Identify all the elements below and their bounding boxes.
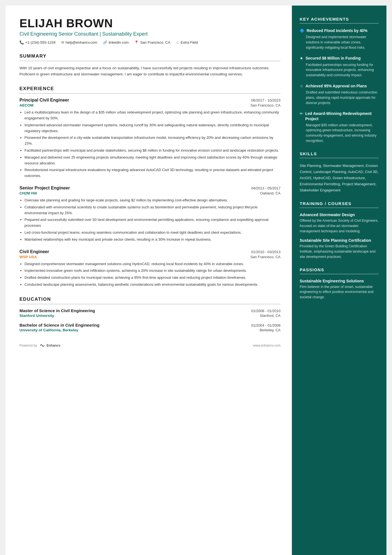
bullet-item: Maintained relationships with key munici… (24, 237, 281, 243)
edu-location-2: Berkeley, CA (260, 328, 281, 332)
passion-item-title-1: Sustainable Engineering Solutions (300, 279, 379, 283)
exp-location-3: San Francisco, CA (250, 255, 281, 259)
education-title: EDUCATION (19, 297, 281, 304)
edu-school-2: University of California, Berkeley (19, 328, 78, 332)
candidate-name: ELIJAH BROWN (19, 17, 281, 30)
passions-section: PASSIONS Sustainable Engineering Solutio… (300, 267, 379, 300)
exp-header-3: Civil Engineer 01/2010 - 03/2013 (19, 249, 281, 254)
achievement-title-1: Reduced Flood Incidents by 40% (307, 28, 368, 33)
achievement-header-2: ★ Secured $8 Million in Funding (300, 56, 379, 61)
email-contact: ✉ help@enhancv.com (61, 40, 97, 45)
passions-title: PASSIONS (300, 267, 379, 274)
edu-dates-1: 01/2008 - 01/2010 (251, 309, 281, 313)
training-desc-1: Offered by the American Society of Civil… (300, 218, 379, 234)
location-text: San Francisco, CA (140, 40, 170, 45)
edu-sub-2: University of California, Berkeley Berke… (19, 328, 281, 332)
header: ELIJAH BROWN Civil Engineering Senior Co… (19, 17, 281, 45)
achievement-title-4: Led Award-Winning Redevelopment Project (305, 111, 379, 121)
email-icon: ✉ (61, 40, 64, 45)
edu-school-1: Stanford University (19, 314, 54, 318)
edu-header-1: Master of Science in Civil Engineering 0… (19, 308, 281, 313)
linkedin-url: linkedin.com (109, 40, 129, 45)
bullet-item: Managed and delivered over 25 engineerin… (24, 155, 281, 166)
achievements-title: KEY ACHIEVEMENTS (300, 17, 379, 24)
achievement-item-1: 🔷 Reduced Flood Incidents by 40% Designe… (300, 28, 379, 50)
summary-title: SUMMARY (19, 53, 281, 61)
exp-title-3: Civil Engineer (19, 249, 49, 254)
edu-header-2: Bachelor of Science in Civil Engineering… (19, 323, 281, 327)
achievement-header-1: 🔷 Reduced Flood Incidents by 40% (300, 28, 379, 33)
extra-contact: ☆ Extra Field (176, 40, 198, 45)
achievement-desc-1: Designed and implemented stormwater solu… (306, 34, 379, 50)
achievement-title-3: Achieved 95% Approval on Plans (306, 83, 367, 88)
footer: Powered by Enhancv www.enhancv.com (19, 343, 281, 348)
exp-header-1: Principal Civil Engineer 06/2017 - 10/20… (19, 98, 281, 103)
training-section: TRAINING / COURSES Advanced Stormwater D… (300, 201, 379, 260)
edu-degree-1: Master of Science in Civil Engineering (19, 308, 95, 313)
edu-sub-1: Stanford University Stanford, CA (19, 314, 281, 318)
exp-company-2: CH2M Hill (19, 191, 37, 195)
bullet-item: Collaborated with environmental scientis… (24, 204, 281, 216)
phone-contact: 📞 +1-(234)-555-1234 (19, 40, 56, 45)
bullet-item: Oversaw site planning and grading for la… (24, 198, 281, 203)
achievement-icon-1: 🔷 (300, 28, 304, 33)
edu-item-1: Master of Science in Civil Engineering 0… (19, 308, 281, 318)
achievement-desc-3: Drafted and submitted meticulous constru… (306, 90, 379, 105)
exp-sub-1: AECOM San Francisco, CA (19, 103, 281, 107)
exp-location-2: Oakland, CA (260, 191, 281, 195)
bullet-item: Pioneered the development of a city-wide… (24, 135, 281, 147)
exp-title-2: Senior Project Engineer (19, 186, 70, 191)
training-title: TRAINING / COURSES (300, 201, 379, 208)
bullet-item: Revolutionized municipal infrastructure … (24, 167, 281, 179)
passion-item-desc-1: Firm believer in the power of smart, sus… (300, 284, 379, 300)
bullet-item: Implemented advanced stormwater manageme… (24, 122, 281, 134)
exp-dates-2: 04/2013 - 05/2017 (251, 186, 281, 190)
achievement-icon-4: ✏ (300, 111, 303, 116)
location-contact: 📍 San Francisco, CA (134, 40, 170, 45)
phone-icon: 📞 (19, 40, 24, 45)
exp-company-3: WSP USA (19, 255, 37, 259)
exp-dates-3: 01/2010 - 03/2013 (251, 250, 281, 254)
exp-item-3: Civil Engineer 01/2010 - 03/2013 WSP USA… (19, 249, 281, 288)
left-column: ELIJAH BROWN Civil Engineering Senior Co… (6, 6, 292, 555)
summary-section: SUMMARY With 10 years of civil engineeri… (19, 53, 281, 77)
bullet-item: Prepared and successfully submitted over… (24, 217, 281, 229)
training-course-title-1: Advanced Stormwater Design (300, 213, 379, 217)
achievement-icon-3: ☆ (300, 84, 303, 88)
bullet-item: Led a multidisciplinary team in the desi… (24, 110, 281, 121)
training-course-title-2: Sustainable Site Planning Certification (300, 238, 379, 243)
edu-location-1: Stanford, CA (260, 314, 281, 318)
enhancv-logo-svg (39, 343, 45, 348)
extra-field: Extra Field (181, 40, 198, 45)
skills-title: SKILLS (300, 151, 379, 158)
achievement-desc-4: Managed $35 million urban redevelopment,… (306, 123, 379, 144)
email-address: help@enhancv.com (66, 40, 97, 45)
achievement-header-3: ☆ Achieved 95% Approval on Plans (300, 83, 379, 88)
bullet-item: Implemented innovative green roofs and i… (24, 268, 281, 274)
edu-degree-2: Bachelor of Science in Civil Engineering (19, 323, 100, 327)
exp-bullets-1: Led a multidisciplinary team in the desi… (19, 110, 281, 179)
candidate-title: Civil Engineering Senior Consultant | Su… (19, 31, 281, 37)
summary-text: With 10 years of civil engineering exper… (19, 65, 281, 77)
bullet-item: Drafted detailed construction plans for … (24, 275, 281, 281)
achievement-item-3: ☆ Achieved 95% Approval on Plans Drafted… (300, 83, 379, 105)
contact-row: 📞 +1-(234)-555-1234 ✉ help@enhancv.com 🔗… (19, 40, 281, 45)
brand-logo: Enhancv (39, 343, 60, 348)
edu-item-2: Bachelor of Science in Civil Engineering… (19, 323, 281, 332)
achievement-header-4: ✏ Led Award-Winning Redevelopment Projec… (300, 111, 379, 121)
achievement-icon-2: ★ (300, 56, 303, 61)
exp-header-2: Senior Project Engineer 04/2013 - 05/201… (19, 186, 281, 191)
training-item-1: Advanced Stormwater Design Offered by th… (300, 213, 379, 234)
achievement-item-2: ★ Secured $8 Million in Funding Facilita… (300, 56, 379, 78)
skills-section: SKILLS Site Planning, Stormwater Managem… (300, 151, 379, 193)
resume-container: ELIJAH BROWN Civil Engineering Senior Co… (6, 6, 386, 555)
achievement-desc-2: Facilitated partnerships securing fundin… (306, 62, 379, 78)
skills-text: Site Planning, Stormwater Management, Er… (300, 163, 379, 193)
exp-dates-1: 06/2017 - 10/2023 (251, 98, 281, 102)
right-column: KEY ACHIEVEMENTS 🔷 Reduced Flood Inciden… (292, 6, 386, 555)
linkedin-contact: 🔗 linkedin.com (103, 40, 129, 45)
training-desc-2: Provided by the Green Building Certifica… (300, 244, 379, 259)
powered-by-label: Powered by (19, 344, 37, 347)
achievement-item-4: ✏ Led Award-Winning Redevelopment Projec… (300, 111, 379, 143)
achievements-section: KEY ACHIEVEMENTS 🔷 Reduced Flood Inciden… (300, 17, 379, 144)
